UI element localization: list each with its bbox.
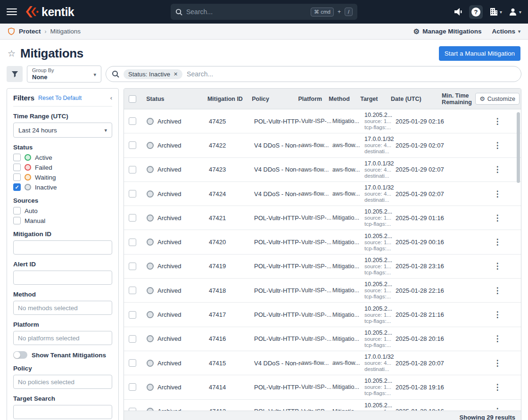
row-checkbox[interactable] (129, 287, 136, 294)
row-checkbox[interactable] (129, 141, 136, 149)
filter-input-mitigation-id[interactable] (13, 240, 112, 255)
row-actions-kebab-icon[interactable]: ⋮ (494, 262, 502, 270)
reset-filters-link[interactable]: Reset To Default (38, 95, 82, 101)
row-checkbox[interactable] (129, 214, 136, 222)
filter-input-policy[interactable] (13, 375, 112, 389)
table-row[interactable]: Archived47416POL-Vultr-HTTP-80Vultr-ISP-… (124, 327, 521, 351)
target-line: tcp-flags:... (364, 246, 392, 252)
table-row[interactable]: Archived47424V4 DDoS - Non-refleaws-flow… (124, 182, 521, 206)
table-row[interactable]: Archived47422V4 DDoS - Non-refleaws-flow… (124, 133, 521, 157)
row-checkbox[interactable] (129, 263, 136, 270)
table-row[interactable]: Archived47419POL-Vultr-HTTP-80Vultr-ISP-… (124, 255, 521, 279)
filter-label-status: Status (13, 144, 112, 151)
target-line: 10.205.2... (364, 112, 392, 118)
target-line: destinati... (364, 197, 392, 203)
kbd-slash: / (345, 8, 353, 16)
toggle-show-tenant-mitigations[interactable] (13, 351, 27, 359)
column-header-policy[interactable]: Policy (252, 96, 298, 102)
scrollbar-thumb[interactable] (517, 112, 520, 183)
row-actions-kebab-icon[interactable]: ⋮ (494, 117, 502, 125)
status-circle-inactive (25, 184, 31, 190)
row-checkbox[interactable] (129, 311, 136, 319)
toggle-label-show-tenant-mitigations: Show Tenant Mitigations (32, 352, 106, 359)
checkbox-manual[interactable] (13, 217, 21, 224)
row-actions-kebab-icon[interactable]: ⋮ (494, 190, 502, 198)
table-row[interactable]: Archived47413POL-Vultr-HTTP-80Vultr-ISP-… (124, 400, 521, 412)
row-actions-kebab-icon[interactable]: ⋮ (494, 238, 502, 246)
filter-input-alert-id[interactable] (13, 271, 112, 285)
table-row[interactable]: Archived47415V4 DDoS - Non-refleaws-flow… (124, 351, 521, 375)
checkbox-auto[interactable] (13, 207, 21, 214)
target-line: destinati... (364, 173, 392, 179)
row-checkbox[interactable] (129, 383, 136, 391)
row-checkbox[interactable] (129, 166, 136, 173)
filter-input-method[interactable] (13, 301, 112, 315)
status-label: Archived (157, 239, 182, 246)
favorite-star-icon[interactable]: ☆ (8, 48, 16, 59)
collapse-panel-icon[interactable]: ‹ (110, 94, 112, 101)
mitigation-id-cell: 47417 (209, 311, 254, 318)
policy-cell: POL-Vultr-HTTP-80 (254, 335, 301, 342)
target-line: 10.205.2... (364, 305, 392, 312)
table-row[interactable]: Archived47414POL-Vultr-HTTP-80Vultr-ISP-… (124, 375, 521, 399)
breadcrumb-protect[interactable]: Protect (19, 28, 41, 35)
kentik-logo[interactable]: kentik (25, 5, 74, 19)
checkbox-failed[interactable] (13, 164, 21, 171)
row-actions-kebab-icon[interactable]: ⋮ (494, 287, 502, 295)
filter-toggle-button[interactable] (7, 66, 23, 82)
checkbox-inactive[interactable] (13, 183, 21, 191)
column-header-method[interactable]: Method (329, 96, 360, 102)
table-row[interactable]: Archived47423V4 DDoS - Non-refleaws-flow… (124, 158, 521, 182)
filter-select-value-time-range: Last 24 hours (18, 127, 57, 134)
row-checkbox[interactable] (129, 190, 136, 198)
row-actions-kebab-icon[interactable]: ⋮ (494, 165, 502, 173)
user-menu[interactable]: ▾ (509, 8, 521, 16)
group-by-select[interactable]: Group By None ▾ (27, 66, 101, 82)
status-inactive-filter-chip[interactable]: Status: Inactive ✕ (124, 69, 182, 79)
column-header-status[interactable]: Status (146, 96, 207, 102)
select-all-checkbox[interactable] (129, 95, 146, 103)
column-header-target[interactable]: Target (360, 96, 391, 102)
table-search-input[interactable]: Status: Inactive ✕ Search... (106, 66, 521, 82)
row-checkbox[interactable] (129, 239, 136, 246)
help-button[interactable]: ? (469, 5, 483, 19)
row-checkbox[interactable] (129, 117, 136, 125)
customize-columns-button[interactable]: ⚙ Customize (475, 93, 520, 105)
checkbox-waiting[interactable] (13, 173, 21, 181)
target-line: 10.205.2... (364, 378, 392, 384)
close-icon[interactable]: ✕ (173, 71, 178, 77)
filter-select-time-range[interactable]: Last 24 hours▾ (13, 123, 112, 138)
table-row[interactable]: Archived47418POL-Vultr-HTTP-80Vultr-ISP-… (124, 279, 521, 303)
platform-cell: Vultr-ISP-... (301, 384, 332, 390)
organization-menu[interactable]: ▾ (489, 8, 502, 16)
table-row[interactable]: Archived47420POL-Vultr-HTTP-80Vultr-ISP-… (124, 230, 521, 254)
platform-cell: aws-flow... (301, 166, 332, 173)
filter-input-platform[interactable] (13, 331, 112, 345)
table-row[interactable]: Archived47421POL-Vultr-HTTP-80Vultr-ISP-… (124, 206, 521, 230)
column-header-mitigation-id[interactable]: Mitigation ID (207, 96, 252, 102)
table-row[interactable]: Archived47425POL-Vultr-HTTP-80Vultr-ISP-… (124, 109, 521, 133)
user-icon (509, 8, 517, 16)
column-header-date-utc[interactable]: Date (UTC) (391, 96, 442, 102)
column-header-min-time-remaining[interactable]: Min. Time Remaining (442, 92, 476, 106)
row-actions-kebab-icon[interactable]: ⋮ (494, 311, 502, 319)
row-actions-kebab-icon[interactable]: ⋮ (494, 383, 502, 391)
top-nav: kentik Search... ⌘ cmd + / ? ▾ ▾ (0, 0, 528, 24)
row-actions-kebab-icon[interactable]: ⋮ (494, 359, 502, 367)
checkbox-active[interactable] (13, 154, 21, 161)
global-search-input[interactable]: Search... ⌘ cmd + / (171, 4, 357, 20)
row-actions-kebab-icon[interactable]: ⋮ (494, 214, 502, 222)
start-manual-mitigation-button[interactable]: Start a Manual Mitigation (439, 46, 520, 61)
manage-mitigations-button[interactable]: ⚙ Manage Mitigations (413, 27, 482, 36)
row-checkbox[interactable] (129, 335, 136, 343)
row-checkbox[interactable] (129, 359, 136, 367)
table-row[interactable]: Archived47417POL-Vultr-HTTP-80Vultr-ISP-… (124, 303, 521, 327)
menu-icon[interactable] (7, 8, 17, 15)
row-actions-kebab-icon[interactable]: ⋮ (494, 335, 502, 343)
column-header-platform[interactable]: Platform (298, 96, 329, 102)
filter-input-target-search[interactable] (13, 405, 112, 419)
filters-panel: Filters Reset To Default ‹ Time Range (U… (7, 88, 119, 420)
announcements-button[interactable] (453, 8, 462, 16)
actions-menu-button[interactable]: Actions ▾ (492, 28, 520, 35)
row-actions-kebab-icon[interactable]: ⋮ (494, 141, 502, 149)
